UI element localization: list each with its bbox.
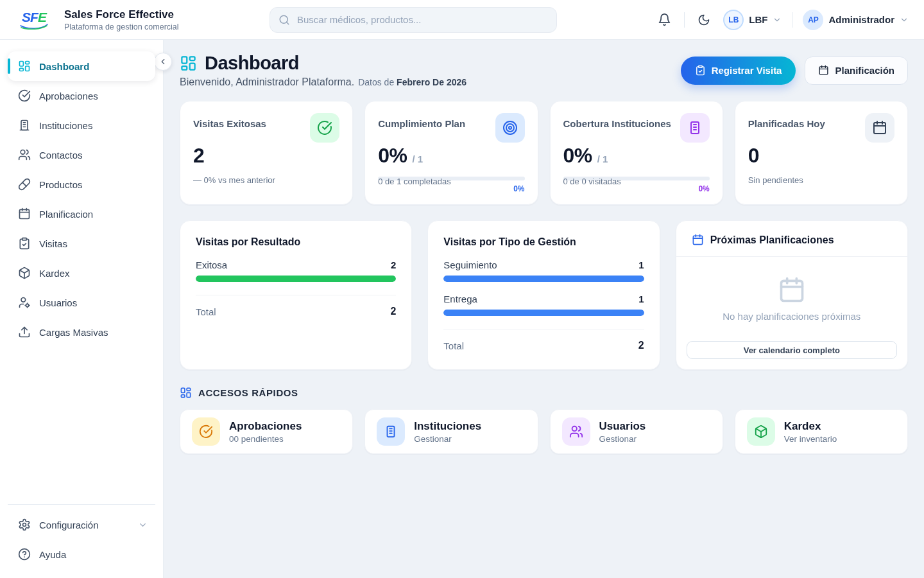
bar-fill-seguimiento <box>443 276 644 282</box>
notifications-button[interactable] <box>655 10 674 29</box>
sidebar-item-productos[interactable]: Productos <box>8 170 155 199</box>
building-icon <box>18 119 31 132</box>
sidebar-nav: Dashboard Aprobaciones Instituciones Con… <box>8 51 155 347</box>
sidebar-item-label: Aprobaciones <box>39 91 98 101</box>
stat-note: 0 de 1 completadas <box>378 177 450 186</box>
user-menu[interactable]: AP Administrador <box>803 10 909 30</box>
search-input[interactable] <box>270 7 557 33</box>
app-logo: SFE Sales Force Effective Plataforma de … <box>15 8 270 31</box>
user-avatar: AP <box>803 10 823 30</box>
calendar-empty-icon <box>778 276 806 304</box>
chart-title: Próximas Planificaciones <box>710 234 834 246</box>
chart-title: Visitas por Tipo de Gestión <box>443 236 644 248</box>
planificacion-label: Planificación <box>835 65 894 76</box>
welcome-text: Bienvenido, Administrador Plataforma. <box>180 76 354 87</box>
calendar-icon <box>865 113 894 143</box>
quick-access-usuarios[interactable]: Usuarios Gestionar <box>550 409 723 454</box>
users-icon <box>562 417 590 446</box>
building-icon <box>680 113 710 143</box>
org-avatar: LB <box>723 10 744 30</box>
chart-title: Visitas por Resultado <box>196 236 396 248</box>
charts-row: Visitas por Resultado Exitosa 2 Total 2 … <box>180 220 908 370</box>
package-icon <box>18 267 31 279</box>
total-value: 2 <box>390 306 396 317</box>
bar-track <box>443 310 644 316</box>
org-label: LBF <box>749 14 767 25</box>
registrar-visita-button[interactable]: Registrar Visita <box>681 57 796 85</box>
quick-access-label: Instituciones <box>414 420 481 433</box>
pill-icon <box>18 178 31 191</box>
data-period: Febrero De 2026 <box>397 77 466 87</box>
clipboard-check-icon <box>695 65 706 76</box>
app-title: Sales Force Effective <box>64 8 179 21</box>
sidebar-item-configuracion[interactable]: Configuración <box>8 510 155 539</box>
registrar-visita-label: Registrar Visita <box>712 65 782 76</box>
help-circle-icon <box>18 548 31 561</box>
building-icon <box>377 417 405 446</box>
quick-access-label: Kardex <box>784 420 837 433</box>
stats-row: Visitas Exitosas 2 — 0% vs mes anterior … <box>180 101 908 205</box>
sidebar-item-dashboard[interactable]: Dashboard <box>8 51 155 81</box>
bar-label: Seguimiento <box>443 259 497 270</box>
stat-card-cobertura-instituciones: Cobertura Instituciones 0% / 1 0% 0 de 0… <box>550 101 723 205</box>
logo-text-e: E <box>38 10 46 24</box>
package-icon <box>747 417 775 446</box>
bell-icon <box>658 13 671 26</box>
dashboard-grid-icon <box>18 60 31 73</box>
divider <box>196 295 396 295</box>
sidebar-item-label: Contactos <box>39 150 83 161</box>
top-header: SFE Sales Force Effective Plataforma de … <box>0 0 924 40</box>
moon-icon <box>697 13 710 26</box>
calendar-icon <box>818 65 829 76</box>
chevron-down-icon <box>138 520 148 530</box>
quick-access-kardex[interactable]: Kardex Ver inventario <box>735 409 908 454</box>
sidebar-item-instituciones[interactable]: Instituciones <box>8 110 155 140</box>
chart-visitas-por-resultado: Visitas por Resultado Exitosa 2 Total 2 <box>180 220 412 370</box>
quick-access-title: ACCESOS RÁPIDOS <box>198 387 298 398</box>
sidebar-item-ayuda[interactable]: Ayuda <box>8 539 155 569</box>
sidebar: Dashboard Aprobaciones Instituciones Con… <box>0 40 164 578</box>
clipboard-check-icon <box>18 237 31 250</box>
sidebar-item-contactos[interactable]: Contactos <box>8 140 155 170</box>
chevron-left-icon <box>158 57 167 66</box>
quick-access-sub: 00 pendientes <box>229 434 302 444</box>
sidebar-item-kardex[interactable]: Kardex <box>8 258 155 288</box>
planificacion-button[interactable]: Planificación <box>805 57 908 85</box>
stat-note: Sin pendientes <box>748 175 894 185</box>
stat-value: 0% <box>563 144 592 168</box>
stat-note: — 0% vs mes anterior <box>193 175 339 185</box>
search-icon <box>278 14 290 26</box>
bar-track <box>196 276 396 282</box>
divider <box>684 12 685 28</box>
stat-value: 0 <box>748 144 759 168</box>
dark-mode-toggle[interactable] <box>695 11 713 29</box>
quick-access-label: Aprobaciones <box>229 420 302 433</box>
dashboard-grid-icon <box>180 55 197 72</box>
stat-card-planificadas-hoy: Planificadas Hoy 0 Sin pendientes <box>735 101 908 205</box>
sidebar-item-cargas-masivas[interactable]: Cargas Masivas <box>8 317 155 347</box>
sidebar-item-aprobaciones[interactable]: Aprobaciones <box>8 81 155 110</box>
quick-access-row: Aprobaciones 00 pendientes Instituciones… <box>180 409 908 454</box>
bar-value: 1 <box>638 293 644 304</box>
active-indicator <box>8 58 10 74</box>
sidebar-item-usuarios[interactable]: Usuarios <box>8 288 155 317</box>
total-value: 2 <box>638 340 644 351</box>
bar-value: 2 <box>391 259 396 270</box>
sidebar-item-visitas[interactable]: Visitas <box>8 229 155 258</box>
stat-suffix: / 1 <box>413 153 424 164</box>
sidebar-collapse-button[interactable] <box>154 53 172 71</box>
quick-access-sub: Ver inventario <box>784 434 837 444</box>
global-search <box>270 7 557 33</box>
stat-card-visitas-exitosas: Visitas Exitosas 2 — 0% vs mes anterior <box>180 101 353 205</box>
gear-icon <box>18 518 31 531</box>
logo-text-sf: SF <box>22 10 38 24</box>
org-menu[interactable]: LB LBF <box>723 10 782 30</box>
quick-access-instituciones[interactable]: Instituciones Gestionar <box>364 409 538 454</box>
quick-access-aprobaciones[interactable]: Aprobaciones 00 pendientes <box>180 409 353 454</box>
ver-calendario-button[interactable]: Ver calendario completo <box>687 341 897 359</box>
user-cog-icon <box>18 296 31 309</box>
sidebar-item-planificacion[interactable]: Planificacion <box>8 199 155 229</box>
sidebar-footer: Configuración Ayuda <box>8 504 155 569</box>
proximas-planificaciones-card: Próximas Planificaciones No hay planific… <box>676 220 908 370</box>
users-icon <box>18 148 31 161</box>
